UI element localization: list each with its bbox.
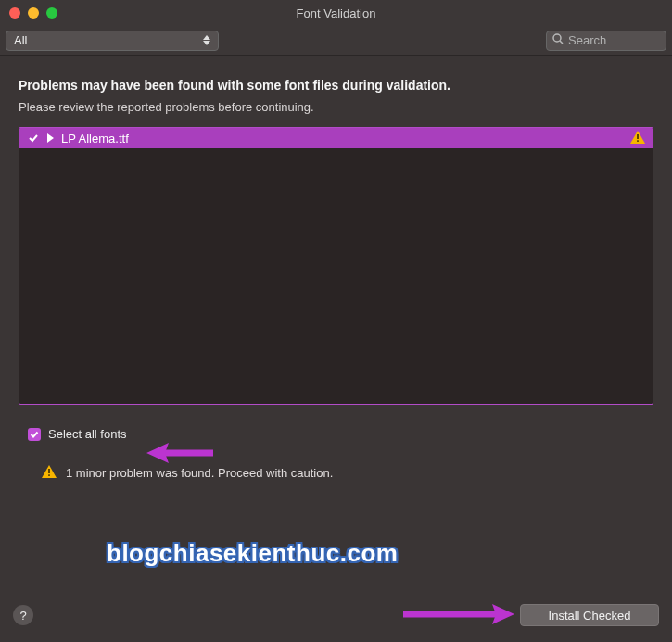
- status-text: 1 minor problem was found. Proceed with …: [66, 466, 333, 480]
- svg-point-0: [553, 34, 561, 42]
- select-all-checkbox[interactable]: [28, 428, 41, 441]
- validation-subheading: Please review the reported problems befo…: [19, 100, 653, 114]
- warning-icon: [630, 131, 645, 146]
- content-area: Problems may have been found with some f…: [0, 56, 672, 405]
- install-checked-button[interactable]: Install Checked: [520, 604, 659, 626]
- install-button-label: Install Checked: [549, 609, 631, 623]
- toolbar: All: [0, 26, 672, 56]
- warning-icon: [42, 465, 57, 481]
- svg-rect-4: [48, 469, 50, 473]
- status-row: 1 minor problem was found. Proceed with …: [42, 465, 644, 481]
- svg-rect-5: [48, 474, 50, 476]
- help-icon: ?: [19, 609, 26, 623]
- filter-dropdown[interactable]: All: [6, 31, 219, 51]
- search-input[interactable]: [568, 33, 660, 47]
- select-all-label: Select all fonts: [48, 427, 127, 441]
- footer: ? Install Checked: [0, 596, 672, 642]
- svg-rect-3: [637, 140, 639, 142]
- font-list-row[interactable]: LP Allema.ttf: [19, 128, 653, 148]
- help-button[interactable]: ?: [13, 605, 33, 625]
- validation-heading: Problems may have been found with some f…: [19, 78, 653, 93]
- watermark-text: blogchiasekienthuc.com: [107, 539, 398, 568]
- select-all-row: Select all fonts: [28, 427, 644, 441]
- font-row-checkbox[interactable]: [27, 132, 40, 145]
- titlebar: Font Validation: [0, 0, 672, 26]
- disclosure-triangle-icon[interactable]: [47, 133, 54, 143]
- font-listbox[interactable]: LP Allema.ttf: [19, 127, 653, 405]
- filter-dropdown-value: All: [14, 33, 27, 47]
- svg-rect-2: [637, 134, 639, 139]
- svg-line-1: [560, 41, 563, 44]
- chevron-up-down-icon: [203, 35, 210, 45]
- search-icon: [552, 33, 564, 47]
- window-title: Font Validation: [0, 6, 672, 20]
- font-row-name: LP Allema.ttf: [61, 132, 129, 145]
- options-area: Select all fonts 1 minor problem was fou…: [0, 405, 672, 481]
- search-field[interactable]: [546, 31, 666, 51]
